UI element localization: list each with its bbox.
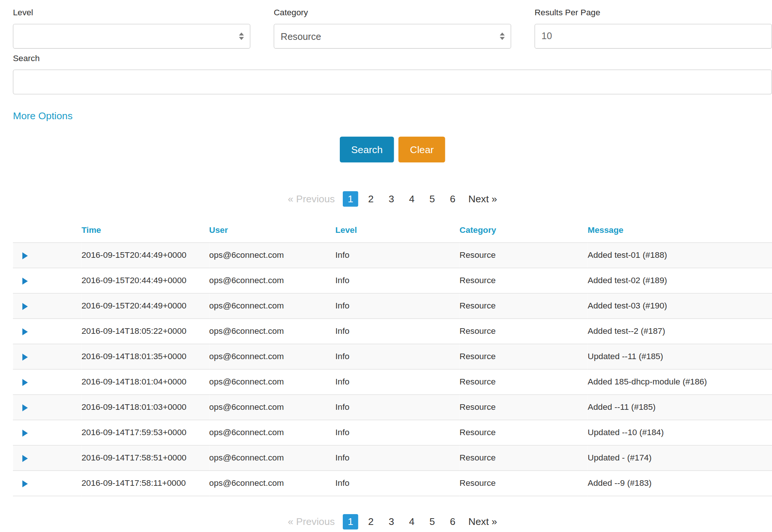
expand-row-icon[interactable] <box>22 404 28 411</box>
table-row: 2016-09-14T18:05:22+0000 ops@6connect.co… <box>13 319 772 344</box>
expand-row-icon[interactable] <box>22 303 28 310</box>
expand-row-icon[interactable] <box>22 278 28 285</box>
pagination-page-3[interactable]: 3 <box>384 514 399 529</box>
table-row: 2016-09-14T17:58:51+0000 ops@6connect.co… <box>13 445 772 471</box>
expand-cell[interactable] <box>13 319 82 344</box>
pagination-next[interactable]: Next » <box>465 191 500 206</box>
expand-cell[interactable] <box>13 369 82 395</box>
expand-cell[interactable] <box>13 344 82 369</box>
expand-row-icon[interactable] <box>22 455 28 462</box>
category-select[interactable]: Resource <box>274 24 511 49</box>
category-cell: Resource <box>459 243 588 268</box>
level-cell: Info <box>335 293 459 319</box>
log-table-body: 2016-09-15T20:44:49+0000 ops@6connect.co… <box>13 243 772 496</box>
column-header-level[interactable]: Level <box>335 221 459 243</box>
expand-cell[interactable] <box>13 243 82 268</box>
column-header-message[interactable]: Message <box>588 221 772 243</box>
expand-cell[interactable] <box>13 293 82 319</box>
category-cell: Resource <box>459 420 588 445</box>
table-row: 2016-09-15T20:44:49+0000 ops@6connect.co… <box>13 243 772 268</box>
expand-row-icon[interactable] <box>22 354 28 361</box>
pagination-bottom: « Previous123456Next » <box>13 514 772 529</box>
table-row: 2016-09-14T18:01:03+0000 ops@6connect.co… <box>13 395 772 420</box>
category-cell: Resource <box>459 395 588 420</box>
expand-row-icon[interactable] <box>22 480 28 487</box>
message-cell: Added --11 (#185) <box>588 395 772 420</box>
message-cell: Added test-02 (#189) <box>588 268 772 293</box>
expand-cell[interactable] <box>13 471 82 496</box>
table-row: 2016-09-15T20:44:49+0000 ops@6connect.co… <box>13 293 772 319</box>
level-cell: Info <box>335 243 459 268</box>
search-button[interactable]: Search <box>340 137 394 162</box>
search-label: Search <box>13 54 772 64</box>
pagination-page-6[interactable]: 6 <box>445 514 460 529</box>
more-options-link[interactable]: More Options <box>13 110 73 122</box>
table-header-row: Time User Level Category Message <box>13 221 772 243</box>
time-cell: 2016-09-14T17:59:53+0000 <box>82 420 209 445</box>
level-cell: Info <box>335 268 459 293</box>
column-header-time[interactable]: Time <box>82 221 209 243</box>
pagination-page-5[interactable]: 5 <box>424 514 440 529</box>
results-per-page-label: Results Per Page <box>535 8 772 18</box>
pagination-page-4[interactable]: 4 <box>404 191 419 206</box>
expand-cell[interactable] <box>13 268 82 293</box>
time-cell: 2016-09-14T17:58:51+0000 <box>82 445 209 471</box>
time-cell: 2016-09-14T18:01:35+0000 <box>82 344 209 369</box>
pagination-top: « Previous123456Next » <box>13 191 772 206</box>
time-cell: 2016-09-15T20:44:49+0000 <box>82 243 209 268</box>
message-cell: Added test-01 (#188) <box>588 243 772 268</box>
level-label: Level <box>13 8 250 18</box>
level-select[interactable] <box>13 24 250 49</box>
message-cell: Updated --11 (#185) <box>588 344 772 369</box>
pagination-page-6[interactable]: 6 <box>445 191 460 206</box>
log-viewer: Level Category Resource <box>0 0 772 532</box>
expand-row-icon[interactable] <box>22 379 28 386</box>
message-cell: Updated - (#174) <box>588 445 772 471</box>
time-cell: 2016-09-14T18:05:22+0000 <box>82 319 209 344</box>
filters-row: Level Category Resource <box>13 8 772 48</box>
pagination-page-4[interactable]: 4 <box>404 514 419 529</box>
pagination-page-3[interactable]: 3 <box>384 191 399 206</box>
category-cell: Resource <box>459 344 588 369</box>
column-header-category[interactable]: Category <box>459 221 588 243</box>
expand-row-icon[interactable] <box>22 430 28 437</box>
message-cell: Added test-03 (#190) <box>588 293 772 319</box>
category-cell: Resource <box>459 471 588 496</box>
user-cell: ops@6connect.com <box>209 268 335 293</box>
time-cell: 2016-09-15T20:44:49+0000 <box>82 293 209 319</box>
user-cell: ops@6connect.com <box>209 471 335 496</box>
expand-row-icon[interactable] <box>22 328 28 335</box>
user-cell: ops@6connect.com <box>209 293 335 319</box>
search-input[interactable] <box>13 70 772 95</box>
user-cell: ops@6connect.com <box>209 243 335 268</box>
table-row: 2016-09-14T17:58:11+0000 ops@6connect.co… <box>13 471 772 496</box>
pagination-previous[interactable]: « Previous <box>285 514 338 529</box>
category-cell: Resource <box>459 293 588 319</box>
category-cell: Resource <box>459 445 588 471</box>
user-cell: ops@6connect.com <box>209 344 335 369</box>
pagination-previous[interactable]: « Previous <box>285 191 338 206</box>
user-cell: ops@6connect.com <box>209 420 335 445</box>
message-cell: Added test--2 (#187) <box>588 319 772 344</box>
level-cell: Info <box>335 395 459 420</box>
pagination-next[interactable]: Next » <box>465 514 500 529</box>
clear-button[interactable]: Clear <box>399 137 445 162</box>
message-cell: Updated --10 (#184) <box>588 420 772 445</box>
pagination-page-5[interactable]: 5 <box>424 191 440 206</box>
pagination-page-1[interactable]: 1 <box>343 514 358 529</box>
user-cell: ops@6connect.com <box>209 445 335 471</box>
time-cell: 2016-09-14T18:01:04+0000 <box>82 369 209 395</box>
expand-row-icon[interactable] <box>22 252 28 259</box>
time-cell: 2016-09-15T20:44:49+0000 <box>82 268 209 293</box>
level-cell: Info <box>335 344 459 369</box>
category-cell: Resource <box>459 319 588 344</box>
pagination-page-2[interactable]: 2 <box>363 514 379 529</box>
results-per-page-input[interactable] <box>535 24 772 49</box>
level-cell: Info <box>335 319 459 344</box>
pagination-page-2[interactable]: 2 <box>363 191 379 206</box>
column-header-user[interactable]: User <box>209 221 335 243</box>
pagination-page-1[interactable]: 1 <box>343 191 358 206</box>
expand-cell[interactable] <box>13 420 82 445</box>
expand-cell[interactable] <box>13 445 82 471</box>
expand-cell[interactable] <box>13 395 82 420</box>
